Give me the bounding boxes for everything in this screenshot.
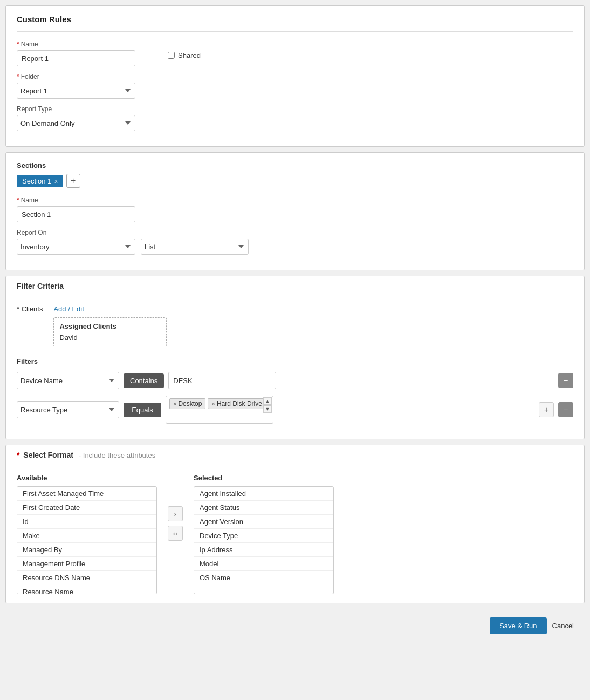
list-item[interactable]: First Asset Managed Time [17, 487, 156, 501]
section-tabs: Section 1 x + [17, 174, 573, 188]
page-title: Custom Rules [17, 15, 573, 24]
filter-add-button-2[interactable]: + [539, 402, 554, 417]
filter-tag-desktop: × Desktop [169, 398, 205, 409]
name-label: *Name [17, 40, 135, 48]
list-item[interactable]: First Created Date [17, 501, 156, 515]
folder-select[interactable]: Report 1 [17, 83, 135, 99]
sections-card: Sections Section 1 x + *Name Report On I… [5, 152, 585, 270]
filter-criteria-body: * Clients Add / Edit Assigned Clients Da… [6, 296, 584, 439]
report-on-format-select[interactable]: List Summary Chart [141, 239, 249, 255]
report-on-select[interactable]: Inventory Device Software [17, 239, 135, 255]
add-section-button[interactable]: + [66, 174, 80, 188]
filter-tag-hdd-label: Hard Disk Drive [217, 400, 262, 407]
assigned-clients-box: Assigned Clients David [53, 317, 167, 346]
folder-label: *Folder [17, 73, 573, 80]
filter-tag-hdd-remove[interactable]: × [211, 400, 215, 407]
section-tab-close-icon[interactable]: x [54, 178, 58, 184]
available-label: Available [17, 474, 157, 482]
clients-label: * Clients [17, 305, 43, 313]
selected-list-wrapper: Selected Agent Installed Agent Status Ag… [194, 474, 334, 594]
list-item[interactable]: Make [17, 529, 156, 543]
list-item[interactable]: Ip Address [194, 543, 333, 557]
select-format-header: * Select Format - Include these attribut… [6, 445, 584, 465]
filters-label: Filters [17, 357, 573, 365]
clients-row: * Clients Add / Edit Assigned Clients Da… [17, 305, 573, 346]
list-item[interactable]: Agent Status [194, 501, 333, 515]
filter-remove-button-2[interactable]: − [558, 402, 573, 417]
clients-controls: Add / Edit Assigned Clients David [53, 305, 167, 346]
filter-tag-desktop-remove[interactable]: × [173, 400, 176, 407]
filter-field-select-1[interactable]: Device Name Resource Type OS Name [17, 372, 119, 389]
assigned-clients-title: Assigned Clients [59, 322, 161, 330]
available-list-wrapper: Available First Asset Managed Time First… [17, 474, 157, 594]
title-card: Custom Rules *Name Shared *Folder Report… [5, 5, 585, 147]
filter-row-2: Resource Type Device Name OS Name Equals… [17, 396, 573, 424]
assigned-client-item: David [59, 334, 161, 342]
add-edit-link[interactable]: Add / Edit [53, 305, 167, 313]
report-on-label: Report On [17, 229, 573, 236]
filter-remove-button-1[interactable]: − [558, 373, 573, 388]
list-item[interactable]: Device Type [194, 529, 333, 543]
report-on-row: Inventory Device Software List Summary C… [17, 239, 573, 255]
select-format-body: Available First Asset Managed Time First… [6, 465, 584, 603]
shared-checkbox-row: Shared [168, 51, 201, 59]
filter-row-1: Device Name Resource Type OS Name Contai… [17, 372, 573, 389]
list-item[interactable]: Resource Name [17, 585, 156, 594]
select-format-card: * Select Format - Include these attribut… [5, 445, 585, 603]
transfer-buttons: › ‹‹ [168, 474, 183, 541]
report-type-label: Report Type [17, 105, 573, 113]
spinner-up-btn[interactable]: ▲ [263, 397, 272, 405]
footer-row: Save & Run Cancel [5, 609, 585, 643]
select-format-title: Select Format [23, 451, 73, 459]
name-input[interactable] [17, 50, 135, 66]
section-name-field-group: *Name [17, 196, 573, 222]
filter-criteria-header: Filter Criteria [6, 276, 584, 296]
shared-label: Shared [178, 51, 201, 59]
selected-list-box[interactable]: Agent Installed Agent Status Agent Versi… [194, 486, 334, 594]
sections-label: Sections [17, 161, 573, 169]
filter-tags-box: × Desktop × Hard Disk Drive ▲ ▼ [166, 396, 273, 424]
report-type-field-group: Report Type On Demand Only Scheduled [17, 105, 573, 131]
available-list-box[interactable]: First Asset Managed Time First Created D… [17, 486, 157, 594]
report-type-select[interactable]: On Demand Only Scheduled [17, 115, 135, 131]
filter-field-select-2[interactable]: Resource Type Device Name OS Name [17, 401, 119, 418]
list-item[interactable]: Agent Version [194, 515, 333, 529]
section-tab-label: Section 1 [22, 177, 51, 185]
list-item[interactable]: Agent Installed [194, 487, 333, 501]
page-wrapper: Custom Rules *Name Shared *Folder Report… [0, 0, 590, 700]
filter-operator-button-2[interactable]: Equals [124, 403, 161, 417]
filter-tag-hdd: × Hard Disk Drive [208, 398, 265, 409]
list-item[interactable]: Management Profile [17, 557, 156, 571]
list-item[interactable]: OS Name [194, 571, 333, 585]
filter-tag-desktop-label: Desktop [178, 400, 202, 407]
list-item[interactable]: Id [17, 515, 156, 529]
list-item[interactable]: Managed By [17, 543, 156, 557]
filter-value-input-1[interactable] [168, 372, 276, 389]
spinner-down-btn[interactable]: ▼ [263, 405, 272, 413]
cancel-button[interactable]: Cancel [552, 622, 574, 630]
move-left-button[interactable]: ‹‹ [168, 526, 183, 541]
section-name-input[interactable] [17, 206, 135, 222]
filter-operator-button-1[interactable]: Contains [124, 373, 164, 388]
filter-criteria-card: Filter Criteria * Clients Add / Edit Ass… [5, 276, 585, 439]
filter-tags-spinner: ▲ ▼ [263, 397, 272, 413]
list-item[interactable]: Resource DNS Name [17, 571, 156, 585]
folder-field-group: *Folder Report 1 [17, 73, 573, 99]
name-field-group: *Name [17, 40, 135, 66]
select-format-subtitle: - Include these attributes [79, 451, 155, 459]
move-right-button[interactable]: › [168, 506, 183, 521]
shared-checkbox[interactable] [168, 52, 175, 59]
selected-label: Selected [194, 474, 334, 482]
save-run-button[interactable]: Save & Run [490, 617, 546, 634]
section-name-label: *Name [17, 196, 573, 204]
list-item[interactable]: Model [194, 557, 333, 571]
section-tab-1[interactable]: Section 1 x [17, 175, 63, 187]
report-on-field-group: Report On Inventory Device Software List… [17, 229, 573, 255]
filters-section: Filters Device Name Resource Type OS Nam… [17, 357, 573, 424]
